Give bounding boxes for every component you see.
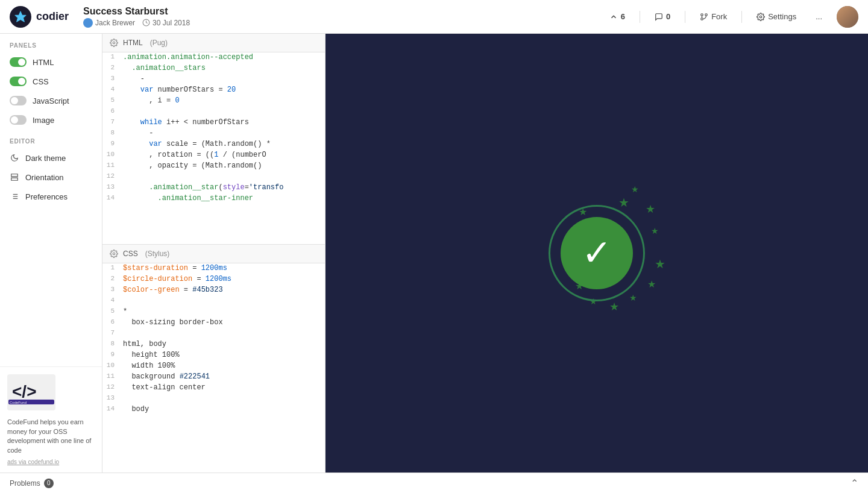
header-title-area: Success Starburst Jack Brewer 30 Jul 201…	[83, 6, 605, 28]
code-line: 13 .animation__star(style='transfo	[102, 183, 325, 193]
code-line: 6	[102, 107, 325, 118]
sidebar-item-javascript[interactable]: JavaScript	[0, 91, 102, 110]
css-gear-icon	[110, 250, 118, 258]
panels-section-label: PANELS	[0, 34, 102, 52]
css-toggle[interactable]	[10, 77, 27, 86]
css-lang-tag: (Stylus)	[145, 250, 170, 258]
codefund-logo: </> CodeFund	[7, 374, 55, 410]
comments-button[interactable]: 0	[650, 10, 675, 24]
code-line: 2 .animation__stars	[102, 63, 325, 74]
code-line: 11 background #222541	[102, 372, 325, 383]
sidebar-item-preferences[interactable]: Preferences	[0, 187, 102, 206]
sidebar-item-orientation[interactable]: Orientation	[0, 168, 102, 187]
code-line: 7 while i++ < numberOfStars	[102, 118, 325, 128]
upvote-count: 6	[621, 12, 625, 21]
header-actions: 6 0 Fork Settings ...	[605, 6, 858, 28]
star-decoration: ★	[631, 184, 639, 194]
code-line: 1.animation.animation--accepted	[102, 52, 325, 63]
sidebar-item-html[interactable]: HTML	[0, 52, 102, 72]
upvote-button[interactable]: 6	[605, 10, 630, 24]
user-avatar[interactable]	[837, 6, 858, 28]
code-line: 9 height 100%	[102, 350, 325, 361]
code-line: 4	[102, 296, 325, 307]
star-decoration: ★	[629, 293, 637, 303]
css-panel-title: CSS	[123, 250, 138, 258]
code-line: 5*	[102, 307, 325, 318]
code-line: 8html, body	[102, 339, 325, 350]
code-line: 2$circle-duration = 1200ms	[102, 274, 325, 285]
divider-2	[685, 11, 685, 23]
css-label: CSS	[33, 77, 49, 86]
logo-area: codier	[10, 6, 69, 28]
code-panels: HTML (Pug) 1.animation.animation--accept…	[102, 34, 326, 473]
sidebar-item-css[interactable]: CSS	[0, 72, 102, 91]
date-meta: 30 Jul 2018	[142, 19, 190, 27]
code-line: 7	[102, 328, 325, 339]
code-line: 13	[102, 394, 325, 404]
code-line: 11 , opacity = (Math.random()	[102, 161, 325, 172]
css-panel-header: CSS (Stylus)	[102, 245, 325, 263]
image-toggle[interactable]	[10, 115, 27, 125]
sidebar-spacer	[0, 206, 102, 366]
html-toggle[interactable]	[10, 57, 27, 67]
checkmark-icon: ✓	[582, 235, 612, 271]
html-label: HTML	[33, 58, 54, 67]
javascript-toggle[interactable]	[10, 96, 27, 105]
dark-theme-label: Dark theme	[25, 154, 66, 163]
star-decoration: ★	[646, 203, 655, 216]
sidebar-item-image[interactable]: Image	[0, 110, 102, 130]
more-button[interactable]: ...	[811, 10, 827, 24]
html-code-editor[interactable]: 1.animation.animation--accepted 2 .anima…	[102, 52, 325, 244]
code-line: 3$color--green = #45b323	[102, 285, 325, 296]
javascript-label: JavaScript	[33, 96, 69, 105]
codefund-link[interactable]: ads via codefund.io	[7, 459, 95, 465]
svg-point-3	[701, 13, 703, 16]
sidebar-item-dark-theme[interactable]: Dark theme	[0, 148, 102, 168]
fork-button[interactable]: Fork	[695, 10, 732, 24]
author-name: Jack Brewer	[95, 19, 135, 27]
star-decoration: ★	[651, 226, 659, 236]
svg-point-18	[113, 253, 115, 255]
problems-label: Problems	[10, 479, 40, 488]
code-line: 4 var numberOfStars = 20	[102, 85, 325, 96]
star-decoration: ★	[609, 300, 619, 313]
collapse-button[interactable]: ⌃	[851, 477, 858, 489]
moon-icon	[10, 153, 19, 163]
css-panel: CSS (Stylus) 1$stars-duration = 1200ms 2…	[102, 245, 325, 473]
codefund-ad: </> CodeFund CodeFund helps you earn mon…	[0, 366, 102, 473]
html-panel-header: HTML (Pug)	[102, 34, 325, 52]
code-line: 10 width 100%	[102, 361, 325, 372]
sidebar: PANELS HTML CSS JavaScript Image EDITOR …	[0, 34, 102, 473]
html-panel: HTML (Pug) 1.animation.animation--accept…	[102, 34, 325, 245]
success-circle-inner: ✓	[561, 217, 633, 289]
preferences-icon	[10, 192, 19, 201]
more-icon: ...	[816, 12, 822, 21]
code-line: 8 -	[102, 128, 325, 139]
svg-marker-0	[15, 11, 26, 21]
header: codier Success Starburst Jack Brewer 30 …	[0, 0, 868, 34]
user-avatar-img	[837, 6, 858, 28]
css-code-editor[interactable]: 1$stars-duration = 1200ms 2$circle-durat…	[102, 263, 325, 473]
success-circle-outer: ✓	[549, 205, 645, 301]
code-line: 9 var scale = (Math.random() *	[102, 139, 325, 150]
author-meta: Jack Brewer	[83, 18, 135, 28]
code-line: 14 body	[102, 404, 325, 415]
orientation-label: Orientation	[25, 173, 64, 182]
star-decoration: ★	[618, 195, 629, 210]
project-date: 30 Jul 2018	[153, 19, 190, 27]
codefund-text: CodeFund helps you earn money for your O…	[7, 418, 95, 455]
success-visual: ★ ★ ★ ★ ★ ★ ★ ★ ★ ★ ★ ★ ★ ✓	[506, 163, 687, 344]
settings-button[interactable]: Settings	[752, 10, 801, 24]
svg-text:</>: </>	[12, 382, 36, 401]
code-line: 6 box-sizing border-box	[102, 318, 325, 328]
star-decoration: ★	[655, 257, 665, 271]
editor-section-label: EDITOR	[0, 130, 102, 148]
project-title: Success Starburst	[83, 6, 605, 17]
bottom-bar: Problems 0 ⌃	[0, 473, 868, 493]
code-line: 12	[102, 172, 325, 183]
code-line: 5 , i = 0	[102, 96, 325, 107]
code-line: 3 -	[102, 74, 325, 85]
divider-1	[640, 11, 640, 23]
author-avatar	[83, 18, 93, 28]
code-line: 1$stars-duration = 1200ms	[102, 263, 325, 274]
